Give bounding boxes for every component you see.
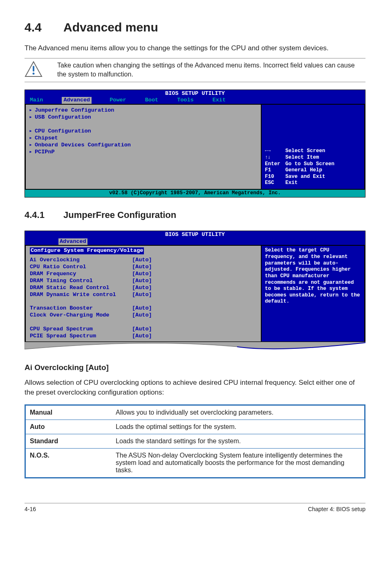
bios-screen-advanced-menu: BIOS SETUP UTILITY Main Advanced Power B… [25,90,365,197]
bios-setting-row[interactable]: DRAM Dynamic Write control[Auto] [30,292,257,298]
option-description: The ASUS Non-delay Overclocking System f… [112,449,365,478]
bios-setting-row[interactable]: DRAM Frequency[Auto] [30,271,257,278]
bios-help-panel: Select the target CPU frequency, and the… [261,245,365,342]
bios-setting-value: [Auto] [132,333,152,340]
bios-setting-row[interactable]: Clock Over-Charging Mode[Auto] [30,312,257,319]
key-hint: ↑↓ [265,155,285,161]
options-table: ManualAllows you to individually set ove… [25,404,365,478]
bios-setting-value: [Auto] [132,278,152,285]
bios-setting-label: Transaction Booster [30,305,132,312]
option-name: Standard [25,434,112,449]
submenu-arrow-icon: ▸ [29,149,35,156]
bios-tab-power[interactable]: Power [110,97,135,104]
bios-tab-exit[interactable]: Exit [213,97,235,104]
bios-footer: v02.58 (C)Copyright 1985-2007, American … [25,190,365,197]
option-description: Loads the optimal settings for the syste… [112,420,365,434]
svg-point-1 [33,72,35,74]
key-hint: ESC [265,180,285,186]
bios-setting-row[interactable]: CPU Ratio Control[Auto] [30,264,257,271]
intro-paragraph: The Advanced menu items allow you to cha… [25,43,365,53]
submenu-arrow-icon: ▸ [29,128,35,135]
bios-key-hints: ←→Select Screen ↑↓Select Item EnterGo to… [265,148,361,186]
bios-setting-value: [Auto] [132,264,152,271]
table-row: StandardLoads the standard settings for … [25,434,365,449]
bios-title: BIOS SETUP UTILITY [25,231,365,238]
table-row: AutoLoads the optimal settings for the s… [25,420,365,434]
bios-setting-label: Ai Overclocking [30,257,132,264]
option-description: Loads the standard settings for the syst… [112,434,365,449]
option-description: Allows you to individually set overclock… [112,405,365,420]
bios-screen-jumperfree: BIOS SETUP UTILITY Advanced Configure Sy… [25,231,365,343]
bios-setting-label: DRAM Static Read Control [30,285,132,292]
bios-help-text: Select the target CPU frequency, and the… [265,247,361,305]
page-number: 4-16 [25,506,36,512]
bios-panel-header: Configure System Frequency/Voltage [30,247,144,254]
bios-setting-row[interactable]: CPU Spread Spectrum[Auto] [30,326,257,333]
bios-setting-label: Clock Over-Charging Mode [30,312,132,319]
caution-box: Take caution when changing the settings … [25,58,365,82]
bios-setting-value: [Auto] [132,257,152,264]
bios-setting-value: [Auto] [132,285,152,292]
bios-setting-value: [Auto] [132,326,152,333]
submenu-arrow-icon: ▸ [29,142,35,149]
submenu-arrow-icon: ▸ [29,114,35,121]
option-name: Auto [25,420,112,434]
bios-setting-row[interactable]: DRAM Timing Control[Auto] [30,278,257,285]
bios-setting-row [30,298,257,305]
bios-setting-row[interactable]: PCIE Spread Spectrum[Auto] [30,333,257,340]
key-hint: F10 [265,174,285,180]
bios-setting-label: DRAM Timing Control [30,278,132,285]
section-heading: 4.4Advanced menu [25,20,365,34]
bios-setting-label: CPU Spread Spectrum [30,326,132,333]
bios-menu-item[interactable]: ▸CPU Configuration [29,128,257,135]
bios-setting-row [30,319,257,326]
field-heading: Ai Overclocking [Auto] [25,363,365,372]
bios-setting-value: [Auto] [132,271,152,278]
caution-icon [25,61,43,79]
bios-setting-value: [Auto] [132,292,152,298]
bios-tab-advanced[interactable]: Advanced [62,97,92,104]
table-row: ManualAllows you to individually set ove… [25,405,365,420]
bios-menu-list: ▸Jumperfree Configuration ▸USB Configura… [25,104,261,190]
key-hint: F1 [265,167,285,174]
page-curl-graphic [25,342,365,352]
table-row: N.O.S.The ASUS Non-delay Overclocking Sy… [25,449,365,478]
bios-setting-row[interactable]: DRAM Static Read Control[Auto] [30,285,257,292]
bios-setting-label [30,319,132,326]
page-footer: 4-16 Chapter 4: BIOS setup [25,503,365,512]
bios-tab-advanced[interactable]: Advanced [58,238,87,245]
bios-setting-row[interactable]: Transaction Booster[Auto] [30,305,257,312]
subsection-title-text: JumperFree Configuration [63,210,176,220]
bios-setting-label: DRAM Frequency [30,271,132,278]
option-name: Manual [25,405,112,420]
chapter-label: Chapter 4: BIOS setup [308,506,365,512]
bios-title: BIOS SETUP UTILITY [25,90,365,97]
bios-setting-label: PCIE Spread Spectrum [30,333,132,340]
section-title-text: Advanced menu [63,20,158,34]
bios-menu-item[interactable]: ▸USB Configuration [29,114,257,121]
bios-menu-item[interactable]: ▸PCIPnP [29,149,257,156]
bios-menu-item[interactable]: ▸Jumperfree Configuration [29,107,257,114]
submenu-arrow-icon: ▸ [29,107,35,114]
section-number: 4.4 [25,20,63,34]
key-hint: ←→ [265,148,285,155]
bios-setting-label: DRAM Dynamic Write control [30,292,132,298]
bios-tab-main[interactable]: Main [30,97,52,104]
bios-setting-value: [Auto] [132,305,152,312]
bios-tab-tools[interactable]: Tools [177,97,203,104]
bios-tab-bar: Advanced [25,238,365,245]
bios-setting-label [30,298,132,305]
subsection-number: 4.4.1 [25,210,63,220]
subsection-heading: 4.4.1JumperFree Configuration [25,210,365,220]
submenu-arrow-icon: ▸ [29,135,35,142]
bios-tab-boot[interactable]: Boot [145,97,167,104]
bios-menu-item[interactable]: ▸Chipset [29,135,257,142]
bios-setting-row[interactable]: Ai Overclocking[Auto] [30,257,257,264]
option-name: N.O.S. [25,449,112,478]
bios-help-panel: ←→Select Screen ↑↓Select Item EnterGo to… [261,104,365,190]
bios-setting-label: CPU Ratio Control [30,264,132,271]
bios-tab-bar: Main Advanced Power Boot Tools Exit [25,97,365,104]
bios-menu-item[interactable]: ▸Onboard Devices Configuration [29,142,257,149]
bios-settings-panel: Configure System Frequency/Voltage Ai Ov… [25,245,261,342]
field-description: Allows selection of CPU overclocking opt… [25,378,365,397]
